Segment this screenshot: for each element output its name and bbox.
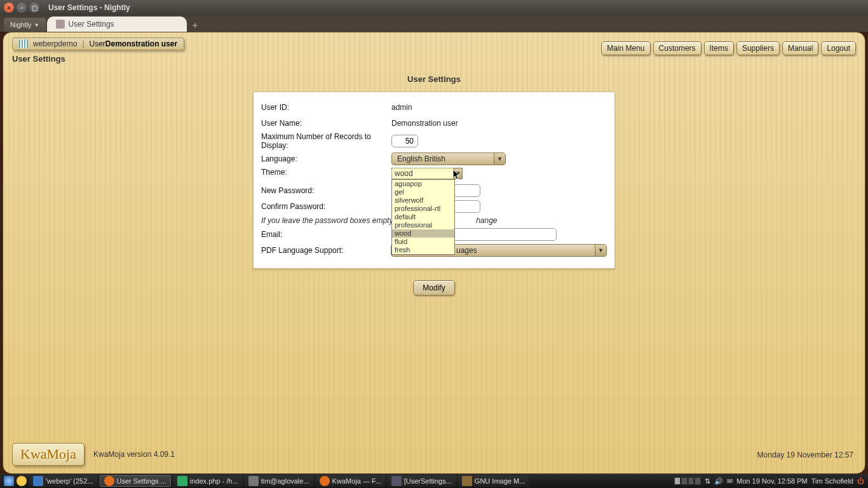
taskbar-item[interactable]: GNU Image M... xyxy=(458,475,529,487)
pdf-lang-visible-text: uages xyxy=(456,246,477,255)
firefox-icon xyxy=(320,476,330,486)
page-body: weberpdemo | UserDemonstration user User… xyxy=(3,32,865,474)
brand-logo: KwaMoja xyxy=(12,443,85,466)
chevron-down-icon: ▼ xyxy=(595,245,606,256)
browser-appmenu-button[interactable]: Nightly ▼ xyxy=(4,18,46,32)
window-title: User Settings - Nightly xyxy=(48,3,130,12)
label-theme: Theme: xyxy=(261,168,391,177)
browser-tab-active[interactable]: User Settings xyxy=(47,17,187,32)
nav-manual-button[interactable]: Manual xyxy=(782,41,818,55)
browser-appmenu-label: Nightly xyxy=(10,21,32,29)
language-select[interactable]: English British ▼ xyxy=(391,152,506,165)
theme-option[interactable]: gel xyxy=(392,188,454,196)
nav-main-menu-button[interactable]: Main Menu xyxy=(601,41,650,55)
nav-items-button[interactable]: Items xyxy=(704,41,734,55)
theme-option-selected[interactable]: wood xyxy=(392,229,454,238)
mail-icon xyxy=(248,476,259,486)
value-user-name: Demonstration user xyxy=(391,119,458,128)
nav-logout-button[interactable]: Logout xyxy=(821,41,856,55)
form-title: User Settings xyxy=(3,74,865,84)
taskbar-user[interactable]: Tim Schofield xyxy=(811,477,853,485)
theme-option[interactable]: aguapop xyxy=(392,180,454,188)
nav-suppliers-button[interactable]: Suppliers xyxy=(736,41,780,55)
theme-option[interactable]: fresh xyxy=(392,246,454,254)
taskbar-item[interactable]: tim@aglovale... xyxy=(245,475,313,487)
taskbar-item[interactable]: index.php - /h... xyxy=(173,475,242,487)
app-icon xyxy=(33,476,43,486)
chrome-icon[interactable] xyxy=(17,476,27,486)
settings-form: User ID: admin User Name: Demonstration … xyxy=(253,92,615,269)
label-new-password: New Password: xyxy=(261,186,391,195)
breadcrumb-user: UserDemonstration user xyxy=(90,39,178,48)
footer-datetime: Monday 19 November 12:57 xyxy=(757,451,853,459)
browser-tabstrip: Nightly ▼ User Settings ＋ xyxy=(0,15,868,32)
label-user-id: User ID: xyxy=(261,103,391,112)
taskbar-item-active[interactable]: User Settings ... xyxy=(100,475,171,487)
company-icon xyxy=(19,39,28,48)
label-language: Language: xyxy=(261,154,391,163)
chevron-down-icon: ▼ xyxy=(454,168,463,179)
language-selected-value: English British xyxy=(397,154,445,163)
theme-selected-value: wood xyxy=(395,169,413,178)
system-tray: ⇅ 🔊 ✉ Mon 19 Nov, 12:58 PM Tim Schofield… xyxy=(674,477,864,485)
browser-tab-title: User Settings xyxy=(69,20,114,29)
label-pdf-lang: PDF Language Support: xyxy=(261,246,391,255)
taskbar-item[interactable]: [UserSettings... xyxy=(388,475,456,487)
theme-options-list: aguapop gel silverwolf professional-rtl … xyxy=(391,179,455,255)
window-titlebar: × – ▢ User Settings - Nightly xyxy=(0,0,868,15)
tray-mail-icon[interactable]: ✉ xyxy=(727,477,733,485)
theme-option[interactable]: default xyxy=(392,213,454,221)
max-records-input[interactable] xyxy=(391,135,418,147)
theme-option[interactable]: fluid xyxy=(392,238,454,246)
tray-network-icon[interactable]: ⇅ xyxy=(705,477,710,485)
value-user-id: admin xyxy=(391,103,412,112)
app-header: weberpdemo | UserDemonstration user User… xyxy=(3,32,865,39)
theme-option[interactable]: professional-rtl xyxy=(392,205,454,213)
page-title: User Settings xyxy=(12,54,65,64)
firefox-icon xyxy=(104,476,114,486)
window-minimize-icon[interactable]: – xyxy=(17,3,27,13)
theme-select[interactable]: wood ▼ aguapop gel silverwolf profession… xyxy=(391,168,455,179)
taskbar-item[interactable]: 'weberp' (252... xyxy=(29,475,97,487)
window-maximize-icon[interactable]: ▢ xyxy=(29,3,39,13)
chevron-down-icon: ▼ xyxy=(494,153,505,165)
top-navigation: Main Menu Customers Items Suppliers Manu… xyxy=(601,41,856,55)
taskbar-item[interactable]: KwaMoja — F... xyxy=(316,475,385,487)
brand-version: KwaMoja version 4.09.1 xyxy=(93,450,175,459)
label-user-name: User Name: xyxy=(261,119,391,128)
breadcrumb-separator: | xyxy=(82,39,84,48)
workspace-switcher[interactable] xyxy=(674,477,701,485)
label-email: Email: xyxy=(261,230,391,239)
breadcrumb[interactable]: weberpdemo | UserDemonstration user xyxy=(12,37,184,50)
footer-brand: KwaMoja KwaMoja version 4.09.1 xyxy=(12,443,175,466)
theme-option[interactable]: professional xyxy=(392,221,454,229)
start-menu-icon[interactable] xyxy=(4,476,14,486)
theme-option[interactable]: silverwolf xyxy=(392,196,454,205)
theme-select-head[interactable]: wood ▼ xyxy=(391,168,455,179)
power-icon[interactable]: ⏻ xyxy=(857,477,864,485)
gimp-icon xyxy=(462,476,472,486)
file-icon xyxy=(391,476,402,486)
window-close-icon[interactable]: × xyxy=(4,3,14,13)
nav-customers-button[interactable]: Customers xyxy=(653,41,702,55)
new-tab-button[interactable]: ＋ xyxy=(188,19,202,32)
editor-icon xyxy=(177,476,187,486)
os-taskbar: 'weberp' (252... User Settings ... index… xyxy=(0,474,868,488)
modify-button[interactable]: Modify xyxy=(413,280,454,295)
tab-favicon-icon xyxy=(56,20,65,29)
label-confirm-password: Confirm Password: xyxy=(261,202,391,211)
chevron-down-icon: ▼ xyxy=(34,22,39,28)
breadcrumb-company: weberpdemo xyxy=(33,39,77,48)
tray-volume-icon[interactable]: 🔊 xyxy=(714,477,723,485)
label-max-records: Maximum Number of Records to Display: xyxy=(261,132,391,150)
taskbar-clock[interactable]: Mon 19 Nov, 12:58 PM xyxy=(736,477,808,485)
